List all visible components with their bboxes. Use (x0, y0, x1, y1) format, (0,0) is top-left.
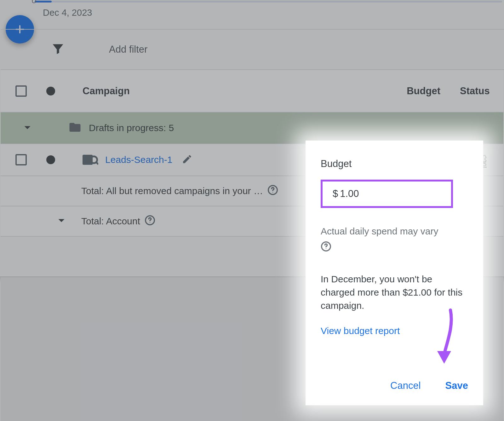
status-filter-dot[interactable] (46, 87, 55, 95)
help-icon[interactable] (321, 241, 468, 253)
currency-symbol: $ (333, 188, 338, 199)
svg-point-4 (272, 192, 273, 192)
view-budget-report-link[interactable]: View budget report (321, 326, 400, 336)
date-slider-handle[interactable]: U (32, 0, 37, 5)
date-slider-track[interactable] (35, 1, 502, 3)
help-icon[interactable] (140, 215, 155, 228)
campaign-name-link[interactable]: Leads-Search-1 (105, 154, 172, 165)
drafts-label: Drafts in progress: 5 (89, 123, 174, 133)
total-account-label: Total: Account (81, 216, 140, 227)
row-checkbox[interactable] (15, 154, 27, 165)
total-filtered-label: Total: All but removed campaigns in your… (81, 186, 263, 196)
date-slider-fill (35, 1, 52, 3)
column-header-campaign[interactable]: Campaign (60, 85, 308, 97)
charge-limit-text: In December, you won't be charged more t… (321, 273, 468, 312)
popup-actions: Cancel Save (390, 380, 468, 391)
chevron-down-icon[interactable] (20, 120, 35, 136)
table-header-row: Campaign Budget Status (1, 70, 503, 112)
column-header-status[interactable]: Status (457, 85, 503, 97)
budget-value: 1.00 (340, 188, 359, 199)
svg-point-8 (326, 248, 326, 249)
svg-line-2 (96, 162, 98, 164)
budget-hint: Actual daily spend may vary (321, 225, 468, 238)
folder-icon (68, 121, 82, 135)
select-all-checkbox[interactable] (15, 85, 27, 97)
drafts-group-row[interactable]: Drafts in progress: 5 (1, 112, 503, 144)
popup-title: Budget (321, 158, 468, 170)
budget-input[interactable]: $1.00 (321, 180, 453, 208)
date-label: Dec 4, 2023 (43, 8, 92, 18)
svg-point-6 (150, 222, 150, 222)
add-filter-button[interactable]: Add filter (109, 44, 147, 55)
search-campaign-icon (83, 153, 98, 166)
row-status-dot[interactable] (46, 155, 55, 164)
save-button[interactable]: Save (445, 380, 468, 391)
chevron-down-icon[interactable] (54, 213, 69, 230)
cancel-button[interactable]: Cancel (390, 380, 421, 391)
column-header-budget[interactable]: Budget (308, 85, 457, 97)
filter-bar: Add filter (1, 29, 504, 70)
filter-icon[interactable] (51, 42, 65, 57)
help-icon[interactable] (263, 185, 278, 198)
edit-icon[interactable] (182, 154, 192, 166)
budget-edit-popup: Budget $1.00 Actual daily spend may vary… (306, 141, 483, 405)
